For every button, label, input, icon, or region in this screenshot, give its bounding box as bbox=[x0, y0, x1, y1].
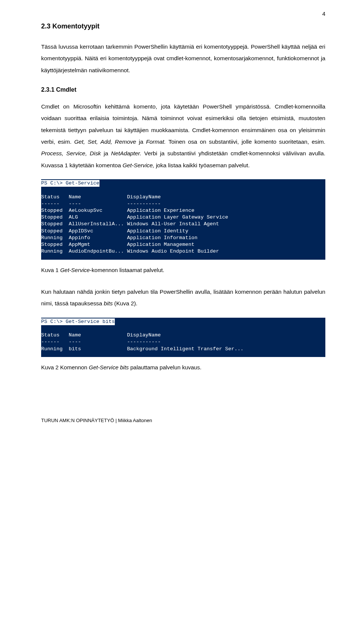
console-screenshot-1: PS C:\> Get-Service Status Name DisplayN… bbox=[41, 179, 325, 259]
subsection-heading: 2.3.1 Cmdlet bbox=[41, 86, 325, 93]
text-run-italic: Get-Service, bbox=[123, 162, 156, 168]
footer-text: TURUN AMK:N OPINNÄYTETYÖ | Miikka Aalton… bbox=[41, 418, 325, 423]
page-number: 4 bbox=[322, 10, 325, 17]
text-run: Kun halutaan nähdä jonkin tietyn palvelu… bbox=[41, 289, 325, 306]
text-run: Kuva 1 bbox=[41, 267, 60, 273]
text-run: (Kuva 2). bbox=[114, 300, 138, 306]
text-run: -komennon listaamat palvelut. bbox=[90, 267, 164, 273]
console-row: Running AudioEndpointBu... Windows Audio… bbox=[41, 248, 219, 254]
text-run-italic: Get-Service bits bbox=[89, 364, 131, 370]
text-run-italic: NetAdapter. bbox=[111, 150, 144, 156]
text-run: ja bbox=[139, 138, 146, 145]
paragraph-cmdlet: Cmdlet on Microsoftin kehittämä komento,… bbox=[41, 101, 325, 171]
text-run: palauttama palvelun kuvaus. bbox=[130, 364, 201, 370]
console-screenshot-2: PS C:\> Get-Service bits Status Name Dis… bbox=[41, 318, 325, 357]
text-run: Toinen osa on substantiivi, jolle koment… bbox=[168, 138, 325, 145]
console-row: Stopped AeLookupSvc Application Experien… bbox=[41, 208, 194, 213]
text-run-italic: bits bbox=[104, 300, 114, 306]
console-row: Running bits Background Intelligent Tran… bbox=[41, 346, 243, 352]
text-run-italic: Process, Service, Disk bbox=[41, 150, 104, 156]
console-header: Status Name DisplayName bbox=[41, 194, 161, 200]
console-divider: ------ ---- ----------- bbox=[41, 339, 161, 345]
console-row: Running Appinfo Application Information bbox=[41, 235, 197, 241]
text-run-italic: Get-Service bbox=[60, 267, 90, 273]
console-row: Stopped AppIDSvc Application Identity bbox=[41, 228, 188, 234]
paragraph-bits: Kun halutaan nähdä jonkin tietyn palvelu… bbox=[41, 286, 325, 309]
console-divider: ------ ---- ----------- bbox=[41, 201, 161, 207]
console-prompt: PS C:\> Get-Service bits bbox=[41, 318, 115, 325]
section-heading: 2.3 Komentotyypit bbox=[41, 22, 325, 30]
figure-caption-1: Kuva 1 Get-Service-komennon listaamat pa… bbox=[41, 265, 325, 276]
figure-caption-2: Kuva 2 Komennon Get-Service bits palautt… bbox=[41, 362, 325, 373]
console-row: Stopped ALG Application Layer Gateway Se… bbox=[41, 214, 228, 220]
text-run-italic: Get, Set, Add, Remove bbox=[74, 138, 139, 145]
document-page: 4 2.3 Komentotyypit Tässä luvussa kerrot… bbox=[0, 0, 359, 438]
console-row: Stopped AllUserInstallA... Windows All-U… bbox=[41, 221, 219, 227]
text-run: Kuva 2 Komennon bbox=[41, 364, 89, 370]
console-header: Status Name DisplayName bbox=[41, 332, 161, 338]
paragraph-intro: Tässä luvussa kerrotaan tarkemmin PowerS… bbox=[41, 41, 325, 76]
console-prompt: PS C:\> Get-Service bbox=[41, 180, 99, 187]
text-run-italic: Format. bbox=[146, 138, 168, 145]
text-run: ja bbox=[104, 150, 111, 156]
console-row: Stopped AppMgmt Application Management bbox=[41, 242, 194, 247]
text-run: joka listaa kaikki työaseman palvelut. bbox=[156, 162, 250, 168]
